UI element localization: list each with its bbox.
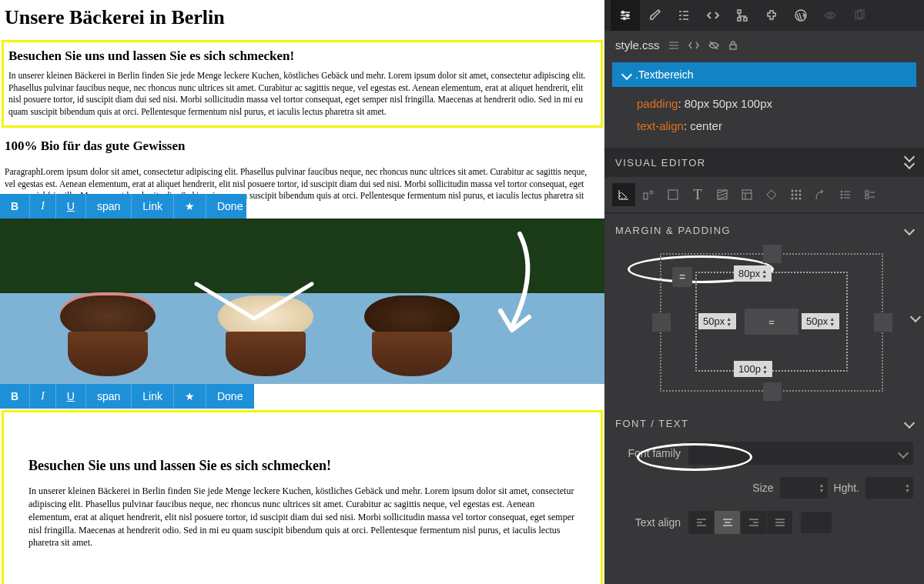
text-align-label: Text align bbox=[615, 516, 681, 529]
star-button[interactable]: ★ bbox=[174, 384, 206, 409]
svg-point-21 bbox=[799, 194, 802, 196]
align-left-button[interactable] bbox=[688, 511, 715, 534]
padding-left-input[interactable]: 50px▲▼ bbox=[698, 313, 736, 329]
border-tool-icon[interactable] bbox=[661, 183, 685, 206]
image-block[interactable] bbox=[0, 219, 604, 384]
font-family-label: Font family bbox=[615, 447, 681, 459]
cupcake-image bbox=[54, 276, 162, 376]
list-tool-icon[interactable] bbox=[834, 183, 857, 206]
link-values-button[interactable]: = bbox=[672, 267, 692, 287]
animation-tool-icon[interactable] bbox=[809, 183, 832, 206]
bold-button[interactable]: B bbox=[0, 194, 30, 219]
structure-tab-icon[interactable] bbox=[728, 0, 757, 31]
size-label: Size bbox=[752, 482, 773, 494]
code-icon bbox=[688, 39, 700, 52]
css-selector[interactable]: .Textbereich bbox=[612, 62, 916, 87]
block1-paragraph: In unserer kleinen Bäckerei in Berlin fi… bbox=[8, 70, 596, 118]
font-family-row: Font family bbox=[604, 434, 924, 472]
svg-point-0 bbox=[622, 12, 624, 14]
block1-heading: Besuchen Sie uns und lassen Sie es sich … bbox=[8, 48, 596, 64]
text-block-1[interactable]: Besuchen Sie uns und lassen Sie es sich … bbox=[2, 40, 603, 128]
svg-point-7 bbox=[829, 14, 832, 17]
margin-padding-header[interactable]: MARGIN & PADDING bbox=[604, 214, 924, 241]
visual-editor-label: VISUAL EDITOR bbox=[615, 157, 706, 169]
italic-button[interactable]: I bbox=[30, 384, 56, 409]
more-tool-icon[interactable] bbox=[859, 183, 882, 206]
transform-tool-icon[interactable] bbox=[760, 183, 783, 206]
svg-point-25 bbox=[841, 191, 842, 192]
svg-point-23 bbox=[795, 198, 798, 200]
eye-tab-icon[interactable] bbox=[815, 0, 845, 31]
text-tool-icon[interactable]: T bbox=[686, 183, 709, 206]
align-justify-button[interactable] bbox=[767, 511, 793, 534]
done-button[interactable]: Done bbox=[206, 194, 253, 219]
code-tab-icon[interactable] bbox=[698, 0, 728, 31]
wordpress-tab-icon[interactable] bbox=[786, 0, 815, 31]
svg-point-20 bbox=[795, 194, 798, 196]
dimensions-tool-icon[interactable] bbox=[612, 183, 635, 206]
underline-button[interactable]: U bbox=[56, 384, 86, 409]
font-size-input[interactable]: ▲▼ bbox=[780, 477, 828, 499]
visual-editor-header[interactable]: VISUAL EDITOR bbox=[604, 148, 924, 177]
line-height-input[interactable]: ▲▼ bbox=[865, 477, 913, 499]
svg-point-18 bbox=[799, 190, 802, 192]
lines-icon bbox=[668, 39, 680, 52]
margin-left-input[interactable] bbox=[652, 313, 671, 332]
stylesheet-row[interactable]: style.css bbox=[604, 31, 924, 59]
svg-point-22 bbox=[792, 198, 794, 200]
svg-rect-3 bbox=[738, 10, 741, 13]
span-button[interactable]: span bbox=[86, 194, 132, 219]
text-align-extra[interactable] bbox=[801, 512, 832, 533]
padding-top-input[interactable]: 80px▲▼ bbox=[734, 265, 772, 282]
position-tool-icon[interactable] bbox=[637, 183, 660, 206]
chevron-down-icon bbox=[623, 68, 631, 81]
background-tool-icon[interactable] bbox=[711, 183, 734, 206]
done-button[interactable]: Done bbox=[206, 384, 253, 409]
svg-rect-5 bbox=[744, 18, 747, 21]
block2-heading: Besuchen Sie uns und lassen Sie es sich … bbox=[28, 458, 576, 474]
underline-button[interactable]: U bbox=[56, 194, 86, 219]
align-right-button[interactable] bbox=[741, 511, 767, 534]
svg-point-19 bbox=[792, 194, 794, 196]
italic-button[interactable]: I bbox=[30, 194, 56, 219]
font-text-header[interactable]: FONT / TEXT bbox=[604, 407, 924, 434]
svg-point-1 bbox=[627, 15, 629, 17]
cupcake-image bbox=[358, 276, 466, 376]
margin-bottom-input[interactable] bbox=[763, 382, 782, 401]
font-family-select[interactable] bbox=[688, 442, 913, 465]
span-button[interactable]: span bbox=[86, 384, 132, 409]
list-tab-icon[interactable] bbox=[669, 0, 698, 31]
css-inspector-sidebar: style.css .Textbereich padding: 80px 50p… bbox=[604, 0, 924, 584]
collapse-icon bbox=[906, 155, 913, 169]
svg-point-2 bbox=[624, 18, 626, 20]
margin-top-input[interactable] bbox=[763, 245, 782, 263]
layout-tool-icon[interactable] bbox=[735, 183, 758, 206]
svg-rect-13 bbox=[668, 190, 678, 199]
chevron-down-icon bbox=[906, 418, 913, 429]
page-h1: Unsere Bäckerei in Berlin bbox=[0, 0, 604, 40]
margin-right-input[interactable] bbox=[874, 313, 892, 332]
chevron-down-icon[interactable] bbox=[912, 312, 919, 323]
align-center-button[interactable] bbox=[715, 511, 741, 534]
puzzle-tab-icon[interactable] bbox=[757, 0, 786, 31]
text-block-2[interactable]: Besuchen Sie uns und lassen Sie es sich … bbox=[2, 410, 603, 584]
grid-tool-icon[interactable] bbox=[785, 183, 808, 206]
padding-right-input[interactable]: 50px▲▼ bbox=[802, 313, 839, 329]
bold-button[interactable]: B bbox=[0, 384, 30, 409]
link-button[interactable]: Link bbox=[132, 384, 174, 409]
svg-point-12 bbox=[650, 191, 653, 194]
top-icon-row bbox=[604, 0, 924, 31]
star-button[interactable]: ★ bbox=[174, 194, 206, 219]
padding-bottom-input[interactable]: 100p▲▼ bbox=[734, 361, 772, 377]
brush-tab-icon[interactable] bbox=[640, 0, 669, 31]
settings-tab-icon[interactable] bbox=[611, 0, 640, 31]
link-button[interactable]: Link bbox=[132, 194, 174, 219]
arrow-annotation-icon bbox=[474, 226, 543, 357]
font-size-row: Size ▲▼ Hght. ▲▼ bbox=[604, 472, 924, 503]
copy-tab-icon[interactable] bbox=[845, 0, 874, 31]
css-prop-text-align[interactable]: text-align: center bbox=[637, 115, 913, 138]
svg-point-24 bbox=[799, 198, 802, 200]
css-prop-padding[interactable]: padding: 80px 50px 100px bbox=[637, 93, 913, 115]
svg-point-27 bbox=[841, 197, 842, 199]
editor-tool-row: T bbox=[604, 177, 924, 214]
